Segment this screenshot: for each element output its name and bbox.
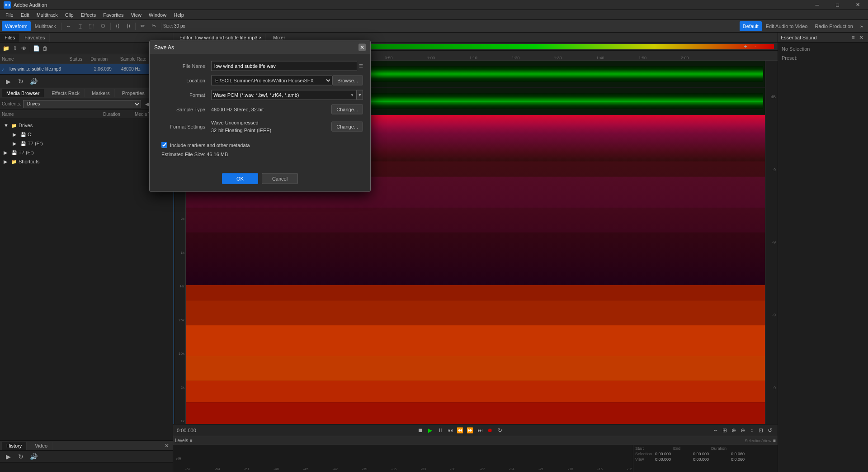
menu-file[interactable]: File [2, 10, 17, 20]
waveform-button[interactable]: Waveform [2, 21, 31, 31]
close-button[interactable]: ✕ [848, 0, 868, 10]
lower-play-btn[interactable]: ▶ [4, 452, 13, 461]
tab-effects-rack[interactable]: Effects Rack [47, 89, 85, 97]
file-name-clear-btn[interactable]: ≡ [359, 62, 363, 70]
pause-btn[interactable]: ⏸ [436, 426, 444, 434]
edit-audio-video-btn[interactable]: Edit Audio to Video [763, 21, 811, 31]
time-sel-tool[interactable]: ⌶ [75, 21, 85, 31]
delete-btn[interactable]: 🗑 [41, 44, 49, 52]
essential-sound-menu-btn[interactable]: ≡ [849, 33, 857, 42]
tab-history[interactable]: History [2, 442, 27, 450]
skip-back-btn[interactable]: ⏮ [446, 426, 454, 434]
drives-label: Drives [19, 123, 33, 128]
reveal-btn[interactable]: 👁 [20, 44, 28, 52]
reset-zoom-btn[interactable]: ↺ [766, 426, 774, 434]
loop-transport-btn[interactable]: ↻ [496, 426, 504, 434]
tree-c-drive[interactable]: ▶ 💾 C: [2, 130, 171, 139]
editor-tab-mixer[interactable]: Mixer [269, 34, 289, 41]
in-point-tool[interactable]: ⟨⟨ [113, 21, 123, 31]
tab-video[interactable]: Video [30, 442, 52, 450]
zoom-in-btn[interactable]: + [741, 43, 750, 51]
razor-tool[interactable]: ✂ [149, 21, 159, 31]
svg-rect-8 [173, 402, 765, 424]
import-btn[interactable]: ⇩ [11, 44, 19, 52]
file-item-0[interactable]: ♪ low win...d subtle life.mp3 2:06.039 4… [0, 64, 173, 74]
menu-help[interactable]: Help [170, 10, 188, 20]
zoom-fit-btn[interactable]: ↔ [712, 426, 720, 434]
move-tool[interactable]: ↔ [63, 21, 75, 31]
default-workspace-btn[interactable]: Default [740, 21, 762, 31]
pencil-tool[interactable]: ✏ [137, 21, 148, 31]
tab-files[interactable]: Files [0, 33, 20, 42]
step-back-btn[interactable]: ⏪ [456, 426, 464, 434]
t7-second-drive-icon: 💾 [11, 150, 17, 155]
open-file-btn[interactable]: 📁 [2, 44, 10, 52]
location-dropdown[interactable]: E:\SCIL Summer\Projects\Wilton House\SFX [211, 76, 332, 86]
contents-dropdown[interactable]: Drives [23, 100, 141, 108]
view-row-label: View [635, 457, 653, 462]
record-btn[interactable]: ⏺ [486, 426, 494, 434]
lower-loop-btn[interactable]: ↻ [16, 452, 25, 461]
t7e-drive-label: T7 (E:) [28, 141, 43, 146]
zoom-in-h-btn[interactable]: ⊕ [730, 426, 738, 434]
browse-button[interactable]: Browse... [332, 76, 363, 86]
zoom-v-btn[interactable]: ↕ [748, 426, 756, 434]
lower-volume-btn[interactable]: 🔊 [29, 452, 38, 461]
marquee-tool[interactable]: ⬚ [86, 21, 97, 31]
play-btn[interactable]: ▶ [4, 77, 13, 86]
play-pause-btn[interactable]: ▶ [426, 426, 434, 434]
lasso-tool[interactable]: ⬡ [98, 21, 108, 31]
edit-audio-video-label: Edit Audio to Video [766, 24, 808, 29]
dialog-close-button[interactable]: ✕ [359, 43, 366, 51]
change-format-btn[interactable]: Change... [331, 121, 363, 131]
tab-favorites[interactable]: Favorites [20, 33, 50, 42]
zoom-out-h-btn[interactable]: ⊖ [739, 426, 747, 434]
menu-view[interactable]: View [127, 10, 145, 20]
format-arrow-btn[interactable]: ▼ [357, 90, 363, 100]
menu-multitrack[interactable]: Multitrack [33, 10, 61, 20]
tick-0m50: 0:50 [385, 56, 393, 60]
multitrack-button[interactable]: Multitrack [32, 21, 59, 31]
menu-edit[interactable]: Edit [17, 10, 33, 20]
tab-media-browser[interactable]: Media Browser [2, 89, 44, 97]
zoom-out-btn[interactable]: - [751, 43, 760, 51]
tab-properties[interactable]: Properties [118, 89, 150, 97]
step-fwd-btn[interactable]: ⏩ [466, 426, 474, 434]
tree-t7-second[interactable]: ▶ 💾 T7 (E:) [2, 148, 171, 157]
menu-window[interactable]: Window [145, 10, 170, 20]
zoom-sel-btn[interactable]: ⊞ [721, 426, 729, 434]
toolbar-separator-1 [61, 23, 61, 30]
tree-shortcuts[interactable]: ▶ 📁 Shortcuts [2, 157, 171, 166]
skip-fwd-btn[interactable]: ⏭ [476, 426, 484, 434]
tree-t7-e[interactable]: ▶ 💾 T7 (E:) [2, 139, 171, 148]
db-57: -57 [185, 467, 191, 471]
format-dropdown[interactable]: Wave PCM (*.wav, *.bwf, *.rf64, *.amb) [211, 90, 357, 100]
menu-favorites[interactable]: Favorites [99, 10, 127, 20]
tree-drives[interactable]: ▼ 📁 Drives [2, 121, 171, 130]
zoom-full-btn[interactable]: ⊡ [757, 426, 765, 434]
tab-markers[interactable]: Markers [87, 89, 115, 97]
svg-rect-7 [173, 381, 765, 402]
editor-tab-audio[interactable]: Editor: low wind and subtle life.mp3 × [176, 34, 266, 41]
maximize-button[interactable]: □ [827, 0, 848, 10]
history-close-btn[interactable]: ✕ [163, 442, 171, 450]
new-btn[interactable]: 📄 [32, 44, 40, 52]
file-name-input[interactable] [211, 61, 357, 71]
essential-sound-close-btn[interactable]: ✕ [857, 33, 865, 42]
ok-button[interactable]: OK [222, 173, 258, 184]
change-sample-btn[interactable]: Change... [331, 105, 363, 114]
minimize-button[interactable]: ─ [807, 0, 827, 10]
c-expand-icon: ▶ [13, 132, 19, 138]
stop-btn[interactable]: ⏹ [416, 426, 425, 434]
loop-btn[interactable]: ↻ [16, 77, 25, 86]
out-point-tool[interactable]: ⟩⟩ [123, 21, 133, 31]
title-bar: Au Adobe Audition ─ □ ✕ [0, 0, 868, 10]
col-header-status: Status [70, 57, 91, 62]
include-markers-checkbox[interactable] [161, 142, 167, 148]
cancel-button[interactable]: Cancel [262, 173, 298, 184]
menu-effects[interactable]: Effects [77, 10, 99, 20]
volume-btn[interactable]: 🔊 [29, 77, 38, 86]
menu-clip[interactable]: Clip [61, 10, 77, 20]
more-workspaces-btn[interactable]: » [857, 21, 866, 31]
radio-production-btn[interactable]: Radio Production [811, 21, 856, 31]
